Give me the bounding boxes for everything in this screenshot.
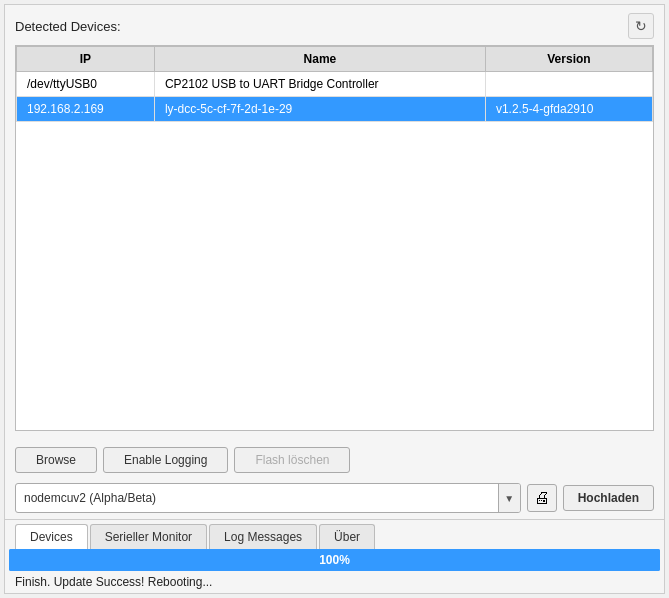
status-message: Finish. Update Success! Rebooting...	[15, 575, 212, 589]
upload-row: nodemcuv2 (Alpha/Beta) ▼ 🖨 Hochladen	[5, 479, 664, 519]
detected-label: Detected Devices:	[15, 19, 121, 34]
upload-button[interactable]: Hochladen	[563, 485, 654, 511]
cell-version	[485, 72, 652, 97]
camera-icon-button[interactable]: 🖨	[527, 484, 557, 512]
cell-name: CP2102 USB to UART Bridge Controller	[154, 72, 485, 97]
tab-serieller-monitor[interactable]: Serieller Monitor	[90, 524, 207, 549]
main-window: Detected Devices: ↻ IP Name Version /dev…	[4, 4, 665, 594]
cell-ip: 192.168.2.169	[17, 97, 155, 122]
flash-loeschen-button[interactable]: Flash löschen	[234, 447, 350, 473]
enable-logging-button[interactable]: Enable Logging	[103, 447, 228, 473]
detected-header: Detected Devices: ↻	[5, 5, 664, 45]
table-header-row: IP Name Version	[17, 47, 653, 72]
tabs-container: DevicesSerieller MonitorLog MessagesÜber	[15, 524, 375, 549]
column-ip: IP	[17, 47, 155, 72]
board-select-container: nodemcuv2 (Alpha/Beta) ▼	[15, 483, 521, 513]
column-version: Version	[485, 47, 652, 72]
tab-devices[interactable]: Devices	[15, 524, 88, 550]
browse-button[interactable]: Browse	[15, 447, 97, 473]
column-name: Name	[154, 47, 485, 72]
cell-ip: /dev/ttyUSB0	[17, 72, 155, 97]
action-row: Browse Enable Logging Flash löschen	[5, 441, 664, 479]
camera-icon: 🖨	[534, 489, 550, 507]
refresh-button[interactable]: ↻	[628, 13, 654, 39]
refresh-icon: ↻	[635, 18, 647, 34]
status-bar: Finish. Update Success! Rebooting...	[5, 571, 664, 593]
device-table-scroll[interactable]: IP Name Version /dev/ttyUSB0CP2102 USB t…	[15, 45, 654, 431]
cell-version: v1.2.5-4-gfda2910	[485, 97, 652, 122]
table-row[interactable]: /dev/ttyUSB0CP2102 USB to UART Bridge Co…	[17, 72, 653, 97]
tab-über[interactable]: Über	[319, 524, 375, 549]
device-table-wrapper: IP Name Version /dev/ttyUSB0CP2102 USB t…	[5, 45, 664, 441]
progress-label: 100%	[319, 553, 350, 567]
board-select-text: nodemcuv2 (Alpha/Beta)	[16, 487, 498, 509]
device-table: IP Name Version /dev/ttyUSB0CP2102 USB t…	[16, 46, 653, 122]
tab-log-messages[interactable]: Log Messages	[209, 524, 317, 549]
board-dropdown-button[interactable]: ▼	[498, 484, 520, 512]
table-row[interactable]: 192.168.2.169ly-dcc-5c-cf-7f-2d-1e-29v1.…	[17, 97, 653, 122]
progress-bar-container: 100%	[9, 549, 660, 571]
tabs-row: DevicesSerieller MonitorLog MessagesÜber	[5, 519, 664, 549]
cell-name: ly-dcc-5c-cf-7f-2d-1e-29	[154, 97, 485, 122]
